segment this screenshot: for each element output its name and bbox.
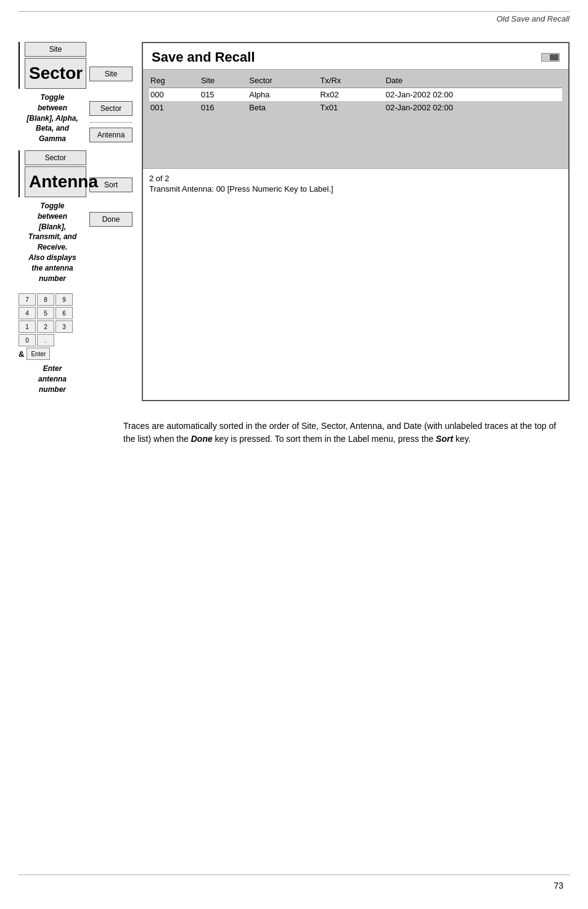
dialog-title: Save and Recall bbox=[152, 49, 255, 65]
numeric-keypad-area: 7 8 9 4 5 6 1 2 3 0 . & Enter bbox=[18, 293, 86, 360]
key-decimal[interactable]: . bbox=[37, 334, 54, 346]
sector-label-small: Sector bbox=[25, 150, 86, 165]
col-sector: Sector bbox=[248, 75, 319, 88]
softkey-column: Site Sector Antenna Sort Done bbox=[86, 42, 136, 401]
cell-site-1: 016 bbox=[200, 101, 248, 114]
enter-button[interactable]: Enter bbox=[27, 348, 50, 360]
sector-antenna-group: Sector Antenna bbox=[18, 150, 86, 197]
cell-txrx-0: Rx02 bbox=[319, 88, 384, 102]
page-number: 73 bbox=[553, 881, 563, 891]
table-header-row: Reg Site Sector Tx/Rx Date bbox=[149, 75, 562, 88]
col-site: Site bbox=[200, 75, 248, 88]
antenna-toggle-description: Toggle between [Blank], Transmit, and Re… bbox=[18, 201, 86, 283]
antenna-button-large[interactable]: Antenna bbox=[25, 166, 86, 197]
keypad-row-4: 0 . bbox=[18, 334, 86, 346]
cell-sector-1: Beta bbox=[248, 101, 319, 114]
key-1[interactable]: 1 bbox=[18, 320, 36, 333]
scroll-indicator bbox=[541, 53, 560, 62]
key-7[interactable]: 7 bbox=[18, 293, 36, 306]
key-3[interactable]: 3 bbox=[55, 320, 73, 333]
enter-antenna-description: Enter antenna number bbox=[18, 364, 86, 394]
table-body: 000 015 Alpha Rx02 02-Jan-2002 02:00 001… bbox=[149, 88, 562, 115]
status-message: Transmit Antenna: 00 [Press Numeric Key … bbox=[149, 184, 562, 194]
records-table: Reg Site Sector Tx/Rx Date 000 015 Alpha… bbox=[149, 75, 562, 114]
cell-date-0: 02-Jan-2002 02:00 bbox=[385, 88, 562, 102]
key-6[interactable]: 6 bbox=[55, 307, 73, 319]
dialog-title-bar: Save and Recall bbox=[143, 43, 568, 70]
softkey-divider bbox=[89, 122, 133, 123]
page-header-title: Old Save and Recall bbox=[0, 12, 588, 23]
cell-txrx-1: Tx01 bbox=[319, 101, 384, 114]
cell-reg-0: 000 bbox=[149, 88, 200, 102]
save-recall-dialog: Save and Recall Reg Site Sector Tx/Rx Da… bbox=[142, 42, 570, 401]
keypad-enter-row: & Enter bbox=[18, 348, 86, 360]
softkey-sector[interactable]: Sector bbox=[89, 101, 133, 116]
table-header: Reg Site Sector Tx/Rx Date bbox=[149, 75, 562, 88]
key-8[interactable]: 8 bbox=[37, 293, 54, 306]
col-reg: Reg bbox=[149, 75, 200, 88]
key-2[interactable]: 2 bbox=[37, 320, 54, 333]
softkey-done[interactable]: Done bbox=[89, 212, 133, 227]
site-label-small: Site bbox=[25, 42, 86, 57]
site-sector-group: Site Sector bbox=[18, 42, 86, 89]
key-5[interactable]: 5 bbox=[37, 307, 54, 319]
scroll-thumb bbox=[550, 54, 558, 60]
keypad-row-3: 1 2 3 bbox=[18, 320, 86, 333]
footer-rule bbox=[18, 874, 570, 875]
keypad-row-2: 4 5 6 bbox=[18, 307, 86, 319]
key-0[interactable]: 0 bbox=[18, 334, 36, 346]
sector-toggle-description: Toggle between [Blank], Alpha, Beta, and… bbox=[18, 92, 86, 144]
cell-reg-1: 001 bbox=[149, 101, 200, 114]
keypad-row-1: 7 8 9 bbox=[18, 293, 86, 306]
dialog-status-bar: 2 of 2 Transmit Antenna: 00 [Press Numer… bbox=[143, 168, 568, 198]
left-sidebar: Site Sector Toggle between [Blank], Alph… bbox=[18, 42, 86, 401]
cell-sector-0: Alpha bbox=[248, 88, 319, 102]
cell-date-1: 02-Jan-2002 02:00 bbox=[385, 101, 562, 114]
ampersand-symbol: & bbox=[18, 349, 24, 359]
bottom-paragraph: Traces are automatically sorted in the o… bbox=[123, 420, 570, 446]
main-content-area: Site Sector Toggle between [Blank], Alph… bbox=[18, 42, 570, 401]
col-date: Date bbox=[385, 75, 562, 88]
softkey-antenna[interactable]: Antenna bbox=[89, 128, 133, 142]
key-9[interactable]: 9 bbox=[55, 293, 73, 306]
col-txrx: Tx/Rx bbox=[319, 75, 384, 88]
status-count: 2 of 2 bbox=[149, 174, 562, 183]
softkey-site[interactable]: Site bbox=[89, 67, 133, 81]
bottom-description: Traces are automatically sorted in the o… bbox=[123, 420, 570, 446]
sector-button-large[interactable]: Sector bbox=[25, 58, 86, 89]
table-row[interactable]: 000 015 Alpha Rx02 02-Jan-2002 02:00 bbox=[149, 88, 562, 102]
key-4[interactable]: 4 bbox=[18, 307, 36, 319]
dialog-table-area: Reg Site Sector Tx/Rx Date 000 015 Alpha… bbox=[143, 70, 568, 168]
cell-site-0: 015 bbox=[200, 88, 248, 102]
table-row[interactable]: 001 016 Beta Tx01 02-Jan-2002 02:00 bbox=[149, 101, 562, 114]
